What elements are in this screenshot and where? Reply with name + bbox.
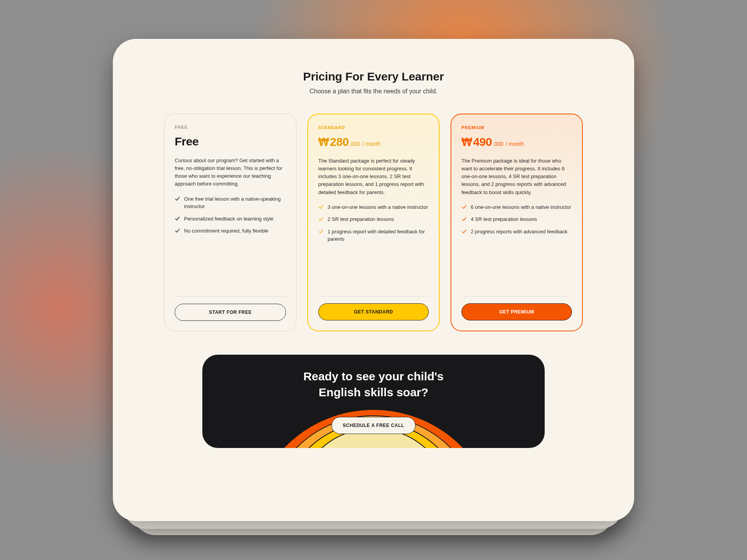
- feature-item: 1 progress report with detailed feedback…: [318, 228, 429, 243]
- currency-symbol: ₩: [461, 136, 472, 149]
- plan-price: ₩ 490 ,000 / month: [461, 135, 572, 149]
- plan-description: The Premium package is ideal for those w…: [461, 157, 572, 196]
- plan-description: The Standard package is perfect for stea…: [318, 157, 429, 196]
- feature-item: 4 SR test preparation lessons: [461, 215, 572, 223]
- feature-text: No commitment required, fully flexible: [184, 227, 268, 235]
- feature-text: 6 one-on-one lessons with a native instr…: [471, 203, 571, 211]
- check-icon: [318, 216, 324, 222]
- feature-text: 2 progress reports with advanced feedbac…: [471, 228, 568, 236]
- cta-banner: Ready to see your child's English skills…: [202, 355, 545, 448]
- check-icon: [175, 228, 180, 233]
- feature-text: One free trial lesson with a native-spea…: [184, 195, 286, 210]
- plan-free: FREE Free Curious about our program? Get…: [164, 114, 296, 331]
- plan-features: One free trial lesson with a native-spea…: [175, 195, 286, 240]
- schedule-call-button[interactable]: SCHEDULE A FREE CALL: [331, 417, 416, 434]
- divider: [461, 296, 572, 296]
- get-premium-button[interactable]: GET PREMIUM: [461, 303, 572, 320]
- plan-tier-label: STANDARD: [318, 125, 429, 130]
- check-icon: [461, 229, 467, 234]
- price-amount: Free: [175, 135, 198, 148]
- divider: [175, 296, 286, 297]
- feature-item: 6 one-on-one lessons with a native instr…: [461, 203, 572, 211]
- feature-text: 2 SR test preparation lessons: [328, 215, 394, 223]
- price-unit: / month: [506, 141, 524, 147]
- feature-item: No commitment required, fully flexible: [175, 227, 286, 235]
- feature-item: Personalized feedback on learning style: [175, 215, 286, 223]
- plan-price: Free: [175, 135, 286, 148]
- feature-item: 2 SR test preparation lessons: [318, 215, 429, 223]
- feature-item: 3 one-on-one lessons with a native instr…: [318, 203, 429, 211]
- plan-tier-label: FREE: [175, 125, 286, 130]
- plan-description: Curious about our program? Get started w…: [175, 157, 286, 188]
- price-unit: / month: [363, 141, 381, 147]
- page-title: Pricing For Every Learner: [152, 70, 595, 83]
- price-thousands: ,000: [493, 141, 503, 147]
- plan-tier-label: PREMIUM: [461, 125, 572, 130]
- feature-item: One free trial lesson with a native-spea…: [175, 195, 286, 210]
- pricing-plans: FREE Free Curious about our program? Get…: [152, 114, 595, 331]
- plan-price: ₩ 280 ,000 / month: [318, 135, 429, 149]
- check-icon: [175, 216, 180, 221]
- feature-text: 3 one-on-one lessons with a native instr…: [328, 203, 428, 211]
- price-thousands: ,000: [350, 141, 360, 147]
- check-icon: [461, 216, 467, 222]
- feature-text: 1 progress report with detailed feedback…: [328, 228, 429, 243]
- price-amount: 490: [473, 135, 492, 149]
- divider: [318, 296, 429, 296]
- plan-standard: STANDARD ₩ 280 ,000 / month The Standard…: [307, 114, 440, 331]
- page-subtitle: Choose a plan that fits the needs of you…: [152, 88, 595, 95]
- banner-heading-line2: English skills soar?: [319, 386, 428, 399]
- check-icon: [461, 204, 467, 210]
- start-free-button[interactable]: START FOR FREE: [175, 304, 286, 321]
- feature-text: 4 SR test preparation lessons: [471, 215, 537, 223]
- check-icon: [175, 196, 180, 201]
- check-icon: [318, 229, 324, 234]
- banner-heading-line1: Ready to see your child's: [303, 370, 444, 383]
- check-icon: [318, 204, 324, 210]
- get-standard-button[interactable]: GET STANDARD: [318, 303, 429, 320]
- banner-heading: Ready to see your child's English skills…: [202, 369, 545, 400]
- plan-premium: PREMIUM ₩ 490 ,000 / month The Premium p…: [451, 114, 583, 331]
- plan-features: 3 one-on-one lessons with a native instr…: [318, 203, 429, 248]
- pricing-card: Pricing For Every Learner Choose a plan …: [113, 39, 634, 521]
- price-amount: 280: [330, 135, 349, 149]
- plan-features: 6 one-on-one lessons with a native instr…: [461, 203, 572, 240]
- feature-text: Personalized feedback on learning style: [184, 215, 274, 223]
- currency-symbol: ₩: [318, 136, 329, 149]
- feature-item: 2 progress reports with advanced feedbac…: [461, 228, 572, 236]
